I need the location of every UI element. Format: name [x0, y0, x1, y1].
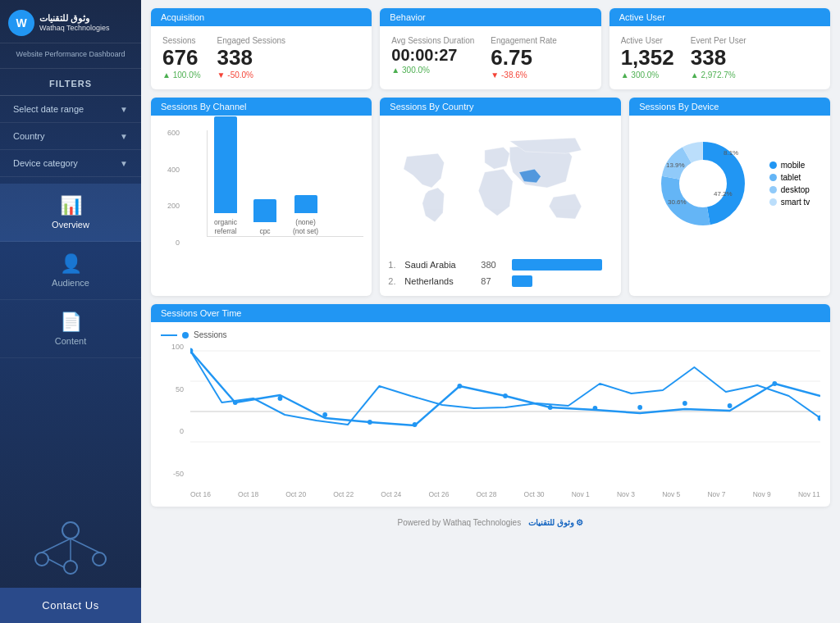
bar-cpc: cpc	[253, 199, 276, 236]
svg-text:13.9%: 13.9%	[666, 161, 685, 169]
country-row-1: 1. Saudi Arabia 380	[388, 257, 613, 273]
active-user-header: Active User	[609, 8, 830, 26]
chart-cards-row: Sessions By Channel 600 400 200 0 organi…	[151, 98, 830, 296]
overview-icon: 📊	[60, 195, 82, 216]
timeseries-legend: Sessions	[161, 330, 820, 339]
nav-item-audience[interactable]: 👤 Audience	[0, 242, 141, 300]
svg-text:8.1%: 8.1%	[724, 149, 738, 157]
svg-point-0	[62, 522, 79, 539]
metric-cards-row: Acquisition Sessions 676 ▲ 100.0% Engage…	[151, 8, 830, 89]
legend-tablet: tablet	[769, 173, 810, 182]
acquisition-header: Acquisition	[151, 8, 372, 26]
logo-text: وثوق للتقنيات Wathaq Technologies	[39, 12, 110, 34]
nav-item-content[interactable]: 📄 Content	[0, 300, 141, 358]
main-content: Acquisition Sessions 676 ▲ 100.0% Engage…	[141, 0, 840, 623]
chevron-down-icon: ▼	[120, 105, 128, 114]
x-axis: Oct 16 Oct 18 Oct 20 Oct 22 Oct 24 Oct 2…	[190, 490, 820, 498]
sidebar-bottom: Contact Us	[0, 489, 141, 623]
device-body: 8.1% 13.9% 47.2% 30.6% mobile tablet	[629, 116, 830, 252]
smarttv-dot	[769, 198, 777, 206]
svg-line-4	[42, 539, 71, 553]
contact-us-button[interactable]: Contact Us	[0, 588, 141, 623]
sessions-by-device-card: Sessions By Device	[629, 98, 830, 296]
svg-point-31	[682, 401, 687, 406]
country-bar-1	[512, 259, 602, 271]
bar-cpc-fill	[253, 199, 276, 222]
engagement-change: ▼ -38.6%	[491, 70, 557, 80]
country-header: Sessions By Country	[380, 98, 621, 116]
sessions-over-time-card: Sessions Over Time Sessions 100 50 0 -50	[151, 304, 830, 507]
filter-country[interactable]: Country ▼	[0, 123, 141, 150]
bar-none: (none)(not set)	[293, 195, 318, 236]
timeseries-header: Sessions Over Time	[151, 304, 830, 322]
donut-chart: 8.1% 13.9% 47.2% 30.6%	[650, 130, 756, 237]
world-map	[388, 122, 613, 253]
bar-chart-area: organicreferral cpc (none)(not set)	[207, 130, 363, 237]
sessions-change: ▲ 100.0%	[162, 70, 201, 80]
active-user-body: Active User 1,352 ▲ 300.0% Event Per Use…	[609, 26, 830, 89]
channel-body: 600 400 200 0 organicreferral cpc	[151, 116, 372, 276]
sidebar: W وثوق للتقنيات Wathaq Technologies Webs…	[0, 0, 141, 623]
svg-point-2	[93, 553, 106, 566]
dashboard-subtitle: Website Performance Dashboard	[0, 43, 141, 69]
bar-none-fill	[294, 195, 317, 213]
sessions-by-channel-card: Sessions By Channel 600 400 200 0 organi…	[151, 98, 372, 296]
svg-point-30	[637, 405, 642, 410]
mobile-dot	[769, 161, 777, 169]
behavior-header: Behavior	[380, 8, 600, 26]
audience-icon: 👤	[60, 253, 82, 275]
duration-metric: Avg Sessions Duration 00:00:27 ▲ 300.0%	[391, 36, 474, 80]
svg-point-24	[368, 420, 372, 425]
line-chart-svg	[190, 343, 820, 478]
sessions-metric: Sessions 676 ▲ 100.0%	[162, 36, 201, 80]
svg-point-27	[503, 393, 508, 398]
event-change: ▲ 2,972.7%	[691, 70, 746, 80]
country-row-2: 2. Netherlands 87	[388, 273, 613, 289]
svg-point-3	[64, 561, 77, 574]
acquisition-body: Sessions 676 ▲ 100.0% Engaged Sessions 3…	[151, 26, 372, 89]
legend-desktop: desktop	[769, 185, 810, 194]
channel-header: Sessions By Channel	[151, 98, 372, 116]
acquisition-metrics: Sessions 676 ▲ 100.0% Engaged Sessions 3…	[162, 36, 360, 80]
donut-legend: mobile tablet desktop smart tv	[769, 157, 810, 210]
svg-line-7	[48, 559, 64, 567]
chevron-down-icon: ▼	[120, 132, 128, 141]
footer: Powered by Wathaq Technologies وثوق للتق…	[151, 513, 830, 532]
sessions-by-country-card: Sessions By Country	[380, 98, 621, 296]
behavior-metrics: Avg Sessions Duration 00:00:27 ▲ 300.0% …	[391, 36, 589, 80]
svg-point-23	[322, 412, 327, 417]
svg-point-33	[772, 381, 777, 386]
svg-point-21	[233, 400, 238, 405]
logo-arabic: وثوق للتقنيات	[39, 12, 110, 24]
active-user-card: Active User Active User 1,352 ▲ 300.0% E…	[609, 8, 830, 89]
svg-text:30.6%: 30.6%	[668, 198, 687, 206]
acquisition-card: Acquisition Sessions 676 ▲ 100.0% Engage…	[151, 8, 372, 89]
svg-point-25	[413, 422, 418, 427]
filter-date-range[interactable]: Select date range ▼	[0, 96, 141, 123]
engaged-sessions-metric: Engaged Sessions 338 ▼ -50.0%	[217, 36, 285, 80]
bar-organic: organicreferral	[214, 116, 237, 236]
svg-point-28	[548, 405, 553, 410]
svg-point-1	[35, 553, 48, 566]
nav-section: 📊 Overview 👤 Audience 📄 Content	[0, 184, 141, 358]
svg-point-29	[593, 406, 598, 411]
line-chart-wrapper: 100 50 0 -50	[161, 343, 820, 498]
content-icon: 📄	[60, 312, 82, 333]
device-header: Sessions By Device	[629, 98, 830, 116]
behavior-card: Behavior Avg Sessions Duration 00:00:27 …	[380, 8, 600, 89]
legend-mobile: mobile	[769, 161, 810, 170]
logo-icon: W	[8, 10, 34, 36]
logo-english: Wathaq Technologies	[39, 24, 110, 34]
bar-organic-fill	[214, 116, 237, 213]
behavior-body: Avg Sessions Duration 00:00:27 ▲ 300.0% …	[380, 26, 600, 89]
svg-line-5	[71, 539, 99, 553]
nav-item-overview[interactable]: 📊 Overview	[0, 184, 141, 242]
filter-device-category[interactable]: Device category ▼	[0, 150, 141, 177]
tablet-dot	[769, 174, 777, 181]
event-per-user-metric: Event Per User 338 ▲ 2,972.7%	[691, 36, 746, 80]
svg-text:47.2%: 47.2%	[714, 190, 733, 198]
bar-chart: 600 400 200 0 organicreferral cpc	[159, 122, 363, 270]
svg-point-32	[728, 403, 733, 408]
sidebar-logo: W وثوق للتقنيات Wathaq Technologies	[0, 0, 141, 43]
active-user-change: ▲ 300.0%	[621, 70, 674, 80]
